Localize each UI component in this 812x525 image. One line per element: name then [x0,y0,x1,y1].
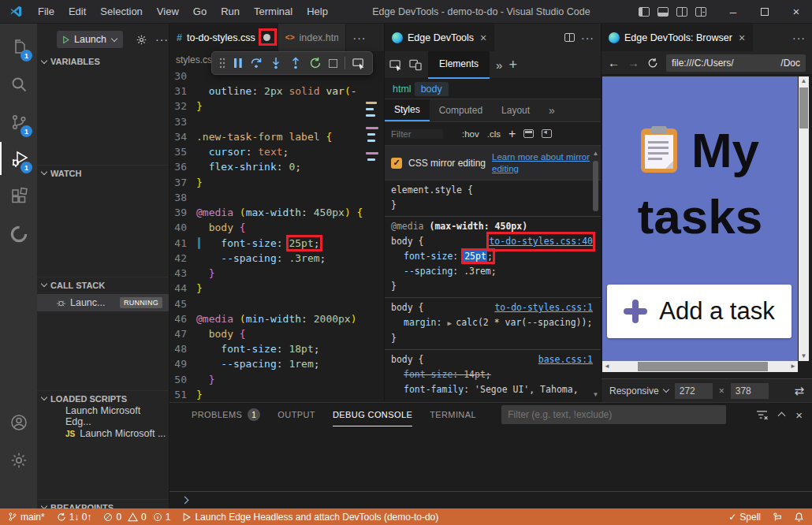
console-filter-input[interactable] [501,405,726,424]
pause-icon[interactable] [233,58,243,69]
debug-launch-status[interactable]: Launch Edge Headless and attach DevTools… [182,512,438,523]
scrollbar-thumb[interactable] [593,161,598,211]
mirror-editing-checkbox[interactable]: ✓ [391,158,402,169]
sync-status[interactable]: 1↓ 0↑ [57,512,92,523]
section-loaded-scripts[interactable]: LOADED SCRIPTS [37,390,169,406]
menu-help[interactable]: Help [300,6,335,17]
forward-icon[interactable]: → [628,56,639,69]
search-icon[interactable] [0,68,37,101]
crumb-body[interactable]: body [415,82,449,96]
scroll-up-icon[interactable]: ▲ [591,150,600,158]
scroll-left-icon[interactable]: ◄ [602,361,612,372]
launch-config-dropdown[interactable]: Launch [57,31,123,48]
css-property[interactable]: font-size: 14pt; [391,367,593,382]
run-debug-icon[interactable]: 1 [0,142,37,175]
hover-state-button[interactable]: :hov [462,129,479,139]
toggle-sidebar-icon[interactable] [639,7,650,17]
menu-run[interactable]: Run [214,6,247,17]
scroll-down-icon[interactable]: ▼ [591,391,600,399]
computed-panel-icon[interactable] [542,129,552,138]
devtools-more-actions-icon[interactable]: ··· [575,32,601,44]
loaded-script-item[interactable]: Launch Microsoft Edg... [37,408,169,425]
preview-vertical-scrollbar[interactable]: ▲ ▼ [799,76,809,361]
toggle-secondary-sidebar-icon[interactable] [676,7,687,17]
new-tool-plus-icon[interactable]: + [508,57,517,73]
code-editor[interactable]: 3031 outline: 2px solid var(-32}3334.new… [169,69,384,402]
stylesheet-link[interactable]: to-do-styles.css:1 [494,300,593,315]
source-control-icon[interactable]: 1 [0,106,37,139]
scroll-right-icon[interactable]: ► [788,361,798,372]
section-call-stack[interactable]: CALL STACK [37,277,169,292]
inspect-icon[interactable] [352,58,366,69]
loaded-script-item[interactable]: JSLaunch Microsoft ... [37,425,169,442]
menu-edit[interactable]: Edit [61,6,93,17]
menu-go[interactable]: Go [186,6,214,17]
reload-icon[interactable] [647,58,658,69]
menu-view[interactable]: View [150,6,186,17]
spell-checker-status[interactable]: ✓ Spell [728,512,761,523]
crumb-html[interactable]: html [393,84,412,95]
stylesheet-link[interactable]: base.css:1 [538,352,593,367]
step-into-icon[interactable] [270,57,282,69]
stylesheet-link[interactable]: to-do-styles.css:40 [489,236,593,247]
tab-edge-devtools-browser[interactable]: Edge DevTools: Browser × [602,24,753,51]
toggle-panel-icon[interactable] [657,7,669,17]
explorer-icon[interactable]: 1 [0,30,37,63]
debug-console-input[interactable] [169,491,812,508]
extensions-icon[interactable] [0,180,37,213]
tab-styles[interactable]: Styles [385,99,430,121]
scroll-up-icon[interactable]: ▲ [799,76,809,86]
debug-settings-gear-icon[interactable] [136,34,147,46]
branch-status[interactable]: main* [8,512,45,523]
step-over-icon[interactable] [250,57,263,69]
feedback-icon[interactable] [772,512,783,523]
tab-computed[interactable]: Computed [430,99,492,121]
close-tab-icon[interactable]: × [480,32,486,44]
styles-more-tabs-icon[interactable]: » [539,99,564,121]
back-icon[interactable]: ← [608,56,620,69]
css-property[interactable]: margin: ▶ calc(2 * var(--spacing)); [391,315,593,331]
restart-icon[interactable] [309,57,322,69]
menu-terminal[interactable]: Terminal [247,6,300,17]
sidebar-more-actions-icon[interactable]: ··· [147,33,169,46]
panel-tab-terminal[interactable]: TERMINAL [430,403,476,426]
scroll-down-icon[interactable]: ▼ [799,352,809,361]
rendering-emulation-icon[interactable] [523,129,534,138]
tab-edge-devtools[interactable]: Edge DevTools × [385,24,494,51]
close-tab-icon[interactable]: × [739,32,745,44]
expand-triangle-icon[interactable]: ▶ [447,319,456,327]
url-bar[interactable]: file:///C:/Users/ /Doc [666,54,806,72]
swap-dimensions-icon[interactable]: ⇄ [794,384,804,398]
preview-horizontal-scrollbar[interactable]: ◄ ► [602,361,798,372]
settings-gear-icon[interactable] [0,444,37,477]
tab-elements[interactable]: Elements [428,51,490,79]
close-button[interactable]: × [780,0,812,24]
scrollbar-thumb[interactable] [799,88,808,128]
add-task-button[interactable]: Add a task [607,285,792,338]
device-mode-dropdown[interactable]: Responsive [609,385,669,397]
device-width-input[interactable] [675,383,713,399]
menu-file[interactable]: File [31,6,61,17]
split-editor-icon[interactable] [564,33,575,42]
panel-tab-output[interactable]: OUTPUT [277,403,315,426]
styles-filter-input[interactable] [391,129,443,139]
maximize-button[interactable] [749,0,780,24]
bell-icon[interactable] [794,512,804,523]
close-panel-icon[interactable]: × [795,408,803,422]
browser-more-actions-icon[interactable]: ··· [786,32,812,44]
new-style-rule-plus-icon[interactable]: + [508,127,516,141]
inspect-cursor-icon[interactable] [389,59,403,71]
minimap[interactable] [363,69,384,402]
step-out-icon[interactable] [289,57,302,69]
tab-index-html[interactable]: <> index.html [278,24,347,51]
problems-status[interactable]: 0 0 1 [103,512,170,523]
drag-handle-icon[interactable] [218,57,226,69]
tab-to-do-styles-css[interactable]: # to-do-styles.css [169,24,278,51]
section-variables[interactable]: VARIABLES [37,54,169,69]
scrollbar-thumb[interactable] [638,362,768,371]
class-toggle-button[interactable]: .cls [487,129,501,139]
menu-selection[interactable]: Selection [93,6,149,17]
minimize-button[interactable]: – [717,0,749,24]
editor-more-actions-icon[interactable]: ··· [346,32,372,44]
panel-tab-problems[interactable]: PROBLEMS1 [192,403,260,426]
